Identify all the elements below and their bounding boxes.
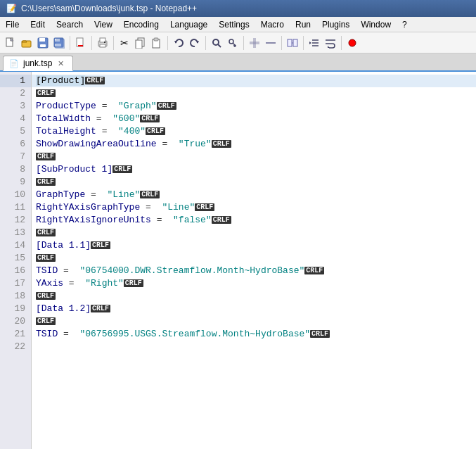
menu-settings[interactable]: Settings	[213, 17, 255, 32]
editor: 12345678910111213141516171819202122 [Pro…	[0, 72, 476, 449]
toolbar-sep-2	[91, 36, 92, 50]
line-number-1: 1	[0, 75, 31, 87]
zoom-out-button[interactable]	[263, 35, 278, 51]
menu-search[interactable]: Search	[51, 17, 89, 32]
svg-rect-5	[40, 44, 46, 47]
svg-rect-19	[154, 38, 158, 41]
svg-marker-35	[309, 42, 311, 44]
svg-rect-17	[136, 40, 142, 49]
toolbar: ✂	[0, 32, 476, 53]
menu-bar: File Edit Search View Encoding Language …	[0, 17, 476, 32]
toolbar-sep-9	[341, 36, 342, 50]
line-number-15: 15	[0, 252, 31, 265]
toolbar-sep-6	[243, 36, 244, 50]
code-line-13: CRLF	[32, 227, 476, 239]
tab-label: junk.tsp	[23, 58, 52, 68]
code-line-8: [SubProduct 1]CRLF	[32, 163, 476, 176]
code-line-10: GraphType = "Line"CRLF	[32, 189, 476, 201]
toolbar-sep-8	[303, 36, 304, 50]
code-content[interactable]: [Product]CRLFCRLFProductType = "Graph"CR…	[32, 72, 476, 449]
svg-rect-15	[104, 42, 105, 43]
cut-button[interactable]: ✂	[117, 35, 132, 51]
menu-edit[interactable]: Edit	[25, 17, 51, 32]
menu-plugins[interactable]: Plugins	[316, 17, 355, 32]
macro-record-button[interactable]	[345, 35, 360, 51]
line-number-12: 12	[0, 214, 31, 227]
code-line-17: YAxis = "Right"CRLF	[32, 277, 476, 290]
line-number-17: 17	[0, 277, 31, 290]
line-number-16: 16	[0, 265, 31, 277]
menu-view[interactable]: View	[89, 17, 118, 32]
svg-rect-4	[39, 38, 45, 42]
line-number-10: 10	[0, 189, 31, 201]
close-button[interactable]	[73, 35, 89, 51]
line-numbers: 12345678910111213141516171819202122	[0, 72, 32, 449]
line-number-11: 11	[0, 201, 31, 214]
svg-rect-14	[100, 44, 105, 47]
toolbar-sep-3	[113, 36, 114, 50]
line-number-22: 22	[0, 341, 31, 353]
tab-bar: 📄 junk.tsp ✕	[0, 53, 476, 72]
print-button[interactable]	[95, 35, 110, 51]
line-number-14: 14	[0, 239, 31, 252]
svg-rect-29	[288, 39, 292, 46]
app-icon: 📝	[6, 3, 17, 14]
menu-file[interactable]: File	[0, 17, 25, 32]
sync-button[interactable]	[285, 35, 300, 51]
new-button[interactable]	[3, 35, 18, 51]
code-line-4: TotalWidth = "600"CRLF	[32, 113, 476, 125]
line-number-2: 2	[0, 87, 31, 100]
menu-help[interactable]: ?	[397, 17, 413, 32]
line-number-13: 13	[0, 227, 31, 239]
code-line-19: [Data 1.2]CRLF	[32, 303, 476, 315]
svg-rect-9	[56, 39, 65, 49]
line-number-5: 5	[0, 125, 31, 138]
code-line-12: RightYAxisIgnoreUnits = "false"CRLF	[32, 214, 476, 227]
title-text: C:\Users\sam\Downloads\junk.tsp - Notepa…	[21, 4, 197, 13]
line-number-7: 7	[0, 151, 31, 163]
line-number-18: 18	[0, 290, 31, 303]
zoom-in-button[interactable]	[247, 35, 262, 51]
code-line-22	[32, 341, 476, 353]
paste-button[interactable]	[149, 35, 165, 51]
code-line-14: [Data 1.1]CRLF	[32, 239, 476, 252]
save-button[interactable]	[35, 35, 51, 51]
menu-run[interactable]: Run	[290, 17, 316, 32]
code-line-18: CRLF	[32, 290, 476, 303]
line-number-20: 20	[0, 315, 31, 328]
menu-window[interactable]: Window	[355, 17, 397, 32]
tab-close-button[interactable]: ✕	[56, 59, 65, 68]
line-number-8: 8	[0, 163, 31, 176]
toolbar-sep-1	[70, 36, 70, 50]
code-line-11: RightYAxisGraphType = "Line"CRLF	[32, 201, 476, 214]
line-number-4: 4	[0, 113, 31, 125]
wrap-button[interactable]	[323, 35, 338, 51]
indent-button[interactable]	[307, 35, 322, 51]
redo-button[interactable]	[187, 35, 202, 51]
open-button[interactable]	[19, 35, 34, 51]
copy-button[interactable]	[133, 35, 148, 51]
save-all-button[interactable]	[51, 35, 67, 51]
svg-marker-37	[328, 46, 330, 48]
svg-marker-21	[196, 41, 199, 44]
replace-button[interactable]	[225, 35, 240, 51]
find-button[interactable]	[209, 35, 224, 51]
undo-button[interactable]	[171, 35, 186, 51]
code-line-3: ProductType = "Graph"CRLF	[32, 100, 476, 113]
code-line-1: [Product]CRLF	[32, 75, 476, 87]
menu-encoding[interactable]: Encoding	[118, 17, 165, 32]
toolbar-sep-4	[167, 36, 168, 50]
svg-rect-28	[266, 42, 276, 44]
code-line-7: CRLF	[32, 151, 476, 163]
svg-line-23	[218, 44, 221, 47]
title-bar: 📝 C:\Users\sam\Downloads\junk.tsp - Note…	[0, 0, 476, 17]
menu-macro[interactable]: Macro	[255, 17, 290, 32]
tab-junk-tsp[interactable]: 📄 junk.tsp ✕	[3, 56, 73, 71]
menu-language[interactable]: Language	[165, 17, 213, 32]
toolbar-sep-7	[281, 36, 282, 50]
toolbar-sep-5	[205, 36, 206, 50]
code-line-2: CRLF	[32, 87, 476, 100]
svg-point-22	[213, 39, 219, 45]
line-number-21: 21	[0, 328, 31, 341]
code-line-20: CRLF	[32, 315, 476, 328]
